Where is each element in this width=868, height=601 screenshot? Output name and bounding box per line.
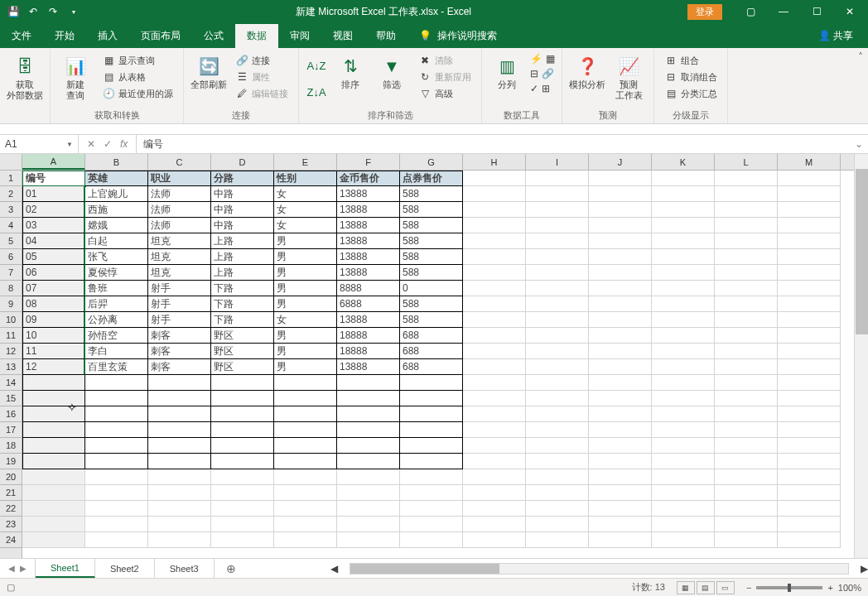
cell[interactable] — [148, 517, 211, 532]
cell[interactable]: 588 — [400, 186, 463, 202]
cell[interactable] — [715, 454, 778, 469]
column-header-J[interactable]: J — [589, 154, 652, 170]
cell[interactable] — [589, 202, 652, 218]
cell[interactable] — [526, 406, 589, 422]
cell[interactable] — [463, 485, 526, 501]
sheet-tab-Sheet3[interactable]: Sheet3 — [155, 559, 215, 578]
tab-视图[interactable]: 视图 — [321, 24, 364, 48]
cell[interactable]: 女 — [274, 186, 337, 202]
zoom-in-icon[interactable]: + — [827, 583, 832, 593]
cell[interactable]: 588 — [400, 296, 463, 312]
cell[interactable] — [589, 422, 652, 438]
zoom-out-icon[interactable]: − — [746, 583, 751, 593]
column-header-E[interactable]: E — [274, 154, 337, 170]
filter-button[interactable]: ▼筛选 — [374, 53, 410, 90]
advanced-filter-button[interactable]: ▽高级 — [415, 86, 475, 101]
cell[interactable] — [715, 501, 778, 517]
cell[interactable]: 03 — [22, 218, 85, 233]
cell[interactable] — [400, 375, 463, 391]
cell[interactable] — [778, 391, 841, 406]
column-header-G[interactable]: G — [400, 154, 463, 170]
cell[interactable]: 男 — [274, 359, 337, 375]
column-header-B[interactable]: B — [85, 154, 148, 170]
cell[interactable] — [463, 532, 526, 548]
cell[interactable] — [85, 406, 148, 422]
cell[interactable] — [463, 391, 526, 406]
cell[interactable] — [589, 344, 652, 359]
sort-button[interactable]: ⇅排序 — [332, 53, 369, 90]
flash-fill-icon[interactable]: ⚡ — [530, 53, 542, 65]
cell[interactable] — [589, 218, 652, 233]
vscroll-thumb[interactable] — [856, 169, 868, 334]
cell[interactable] — [337, 375, 400, 391]
cell[interactable] — [589, 438, 652, 454]
cell[interactable] — [589, 501, 652, 517]
cell[interactable] — [778, 344, 841, 359]
zoom-thumb[interactable] — [788, 584, 791, 592]
cell[interactable] — [85, 532, 148, 548]
column-header-A[interactable]: A — [22, 154, 85, 170]
cell[interactable] — [85, 485, 148, 501]
save-icon[interactable]: 💾 — [7, 5, 20, 18]
cell[interactable] — [778, 501, 841, 517]
cell[interactable] — [211, 485, 274, 501]
cell[interactable] — [589, 233, 652, 249]
column-header-C[interactable]: C — [148, 154, 211, 170]
cell[interactable] — [778, 359, 841, 375]
ribbon-options-icon[interactable]: ▢ — [735, 3, 765, 20]
cell[interactable]: 上路 — [211, 233, 274, 249]
cell[interactable]: 10 — [22, 328, 85, 344]
row-header-5[interactable]: 5 — [0, 233, 22, 249]
cell[interactable] — [400, 501, 463, 517]
cell[interactable] — [22, 532, 85, 548]
cell[interactable]: 13888 — [337, 218, 400, 233]
cell[interactable]: 13888 — [337, 249, 400, 265]
cell[interactable] — [778, 438, 841, 454]
cell[interactable] — [148, 375, 211, 391]
tab-审阅[interactable]: 审阅 — [278, 24, 321, 48]
cell[interactable] — [715, 422, 778, 438]
cell[interactable] — [85, 501, 148, 517]
cell[interactable] — [400, 532, 463, 548]
cell[interactable]: 男 — [274, 249, 337, 265]
cell[interactable] — [22, 485, 85, 501]
cell[interactable]: 588 — [400, 312, 463, 328]
row-header-3[interactable]: 3 — [0, 202, 22, 218]
cell[interactable]: 588 — [400, 218, 463, 233]
cell[interactable] — [463, 249, 526, 265]
cell[interactable]: 男 — [274, 281, 337, 296]
cell[interactable] — [463, 469, 526, 485]
cell[interactable] — [715, 485, 778, 501]
cell[interactable] — [337, 438, 400, 454]
cell[interactable]: 西施 — [85, 202, 148, 218]
row-header-2[interactable]: 2 — [0, 186, 22, 202]
cell[interactable]: 02 — [22, 202, 85, 218]
cell[interactable] — [274, 422, 337, 438]
cell[interactable]: 12 — [22, 359, 85, 375]
cell[interactable] — [652, 265, 715, 281]
cell[interactable] — [274, 406, 337, 422]
cell[interactable] — [526, 438, 589, 454]
cell[interactable] — [526, 469, 589, 485]
cell[interactable] — [211, 438, 274, 454]
cell[interactable] — [715, 312, 778, 328]
tab-文件[interactable]: 文件 — [0, 24, 43, 48]
cell[interactable]: 8888 — [337, 281, 400, 296]
column-header-H[interactable]: H — [463, 154, 526, 170]
cell[interactable] — [148, 391, 211, 406]
cell[interactable] — [526, 171, 589, 186]
cell[interactable] — [148, 469, 211, 485]
cell[interactable] — [589, 296, 652, 312]
cell[interactable]: 男 — [274, 328, 337, 344]
cell[interactable] — [148, 501, 211, 517]
cell[interactable] — [526, 517, 589, 532]
cell[interactable]: 11 — [22, 344, 85, 359]
row-header-15[interactable]: 15 — [0, 391, 22, 406]
relations-icon[interactable]: 🔗 — [542, 68, 554, 79]
fx-icon[interactable]: fx — [120, 138, 128, 150]
cell[interactable] — [274, 375, 337, 391]
cell[interactable] — [85, 469, 148, 485]
row-header-18[interactable]: 18 — [0, 438, 22, 454]
cell[interactable]: 女 — [274, 202, 337, 218]
tab-公式[interactable]: 公式 — [192, 24, 235, 48]
